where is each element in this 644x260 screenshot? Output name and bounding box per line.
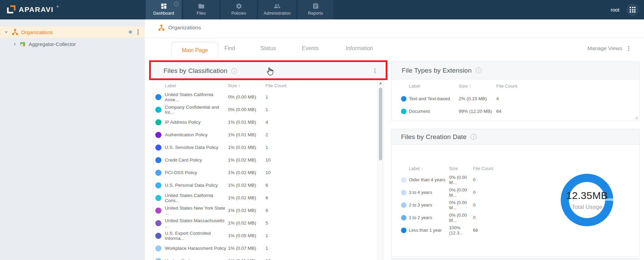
table-row[interactable]: Document 99% (12.20 MB) 64 [400, 105, 634, 118]
nav-tab-label: Administration [263, 11, 290, 16]
row-count: 16 [266, 258, 271, 260]
table-row[interactable]: Authentication Policy 1% (0.01 MB) 2 [153, 128, 383, 141]
table-row[interactable]: United States California Cons... 1% (0.0… [153, 192, 383, 204]
series-color-dot [155, 195, 161, 201]
row-label: Workplace Harassment Policy [165, 246, 228, 251]
tab-status[interactable]: Status [260, 38, 276, 58]
sidebar-item-label: Aggregator-Collector [29, 41, 76, 47]
column-header-size[interactable]: Size ↑ [459, 83, 496, 89]
column-header-label[interactable]: Label [409, 83, 459, 89]
row-count: 1 [266, 233, 268, 238]
series-color-dot [401, 109, 406, 114]
table-row[interactable]: Text and Text-based 2% (0.15 MB) 4 [400, 92, 634, 105]
row-size: 1% (0.02 MB) [228, 220, 266, 226]
row-size: 1% (0.05 MB) [228, 233, 266, 238]
column-header-label[interactable]: Label [165, 83, 228, 88]
table-row[interactable]: Unclassified 1% (0.11 MB) 16 [153, 255, 383, 260]
user-name[interactable]: root [611, 7, 619, 13]
nav-tab-files[interactable]: Files [183, 0, 219, 19]
tree-item-menu-icon[interactable] [136, 28, 140, 36]
row-size: 0% (0.00 M... [449, 213, 473, 223]
table-row[interactable]: 2 to 3 years 0% (0.00 M... 0 [401, 199, 510, 211]
table-row[interactable]: Less than 1 year 100% (12.3... 68 [401, 224, 510, 236]
tab-find[interactable]: Find [224, 38, 235, 58]
row-label: Less than 1 year [409, 228, 449, 233]
row-count: 10 [266, 170, 271, 175]
tab-main-page[interactable]: Main Page [172, 42, 218, 58]
row-count: 0 [473, 202, 475, 208]
row-count: 1 [266, 94, 268, 100]
table-row[interactable]: United States New York State ... 1% (0.0… [153, 204, 383, 217]
column-header-size[interactable]: Size ↑ [228, 83, 266, 88]
folder-icon [198, 3, 205, 10]
row-size: 2% (0.15 MB) [459, 96, 496, 101]
row-label: 2 to 3 years [409, 202, 449, 208]
table-row[interactable]: United States Massachusetts ... 1% (0.02… [153, 217, 383, 229]
scroll-up-arrow-icon[interactable] [379, 82, 382, 84]
tab-information[interactable]: Information [346, 38, 373, 58]
table-row[interactable]: PCI-DSS Policy 1% (0.02 MB) 10 [153, 166, 383, 179]
row-size: 1% (0.02 MB) [228, 170, 266, 175]
apps-grid-icon [630, 7, 635, 13]
row-label: Text and Text-based [409, 96, 459, 101]
breadcrumb[interactable]: Organizations [158, 24, 201, 31]
info-icon[interactable]: i [476, 67, 482, 73]
sidebar-item-organizations[interactable]: Organizations [0, 26, 145, 38]
info-icon[interactable]: i [471, 134, 476, 140]
navbar-right: root [611, 0, 639, 19]
nav-tab-dashboard[interactable]: Dashboard i [146, 0, 182, 19]
breadcrumb-label: Organizations [168, 25, 201, 31]
table-row[interactable]: U.S. Personal Data Policy 1% (0.02 MB) 6 [153, 179, 383, 192]
row-size: 100% (12.3... [449, 225, 473, 235]
row-size: 1% (0.02 MB) [228, 183, 266, 188]
table-row[interactable]: U.S. Sensitive Data Policy 1% (0.01 MB) … [153, 141, 383, 154]
donut-center: 12.35MB Total Usage [569, 182, 605, 218]
chevron-down-icon[interactable] [4, 30, 8, 34]
total-usage-caption: Total Usage [572, 204, 602, 211]
nav-tab-policies[interactable]: Policies [221, 0, 257, 19]
nav-tab-reports[interactable]: Reports [298, 0, 333, 19]
table-row[interactable]: Older than 4 years 0% (0.00 M... 0 [401, 173, 510, 186]
column-header-size[interactable]: Size [449, 166, 473, 171]
table-row[interactable]: IP Address Policy 1% (0.01 MB) 4 [153, 116, 383, 128]
brand-name: APARAVI [19, 4, 54, 15]
aparavi-logo[interactable]: APARAVI ® [6, 4, 59, 16]
column-header-count[interactable]: File Count [266, 83, 287, 88]
series-color-dot [155, 170, 161, 176]
row-count: 6 [266, 208, 268, 213]
table-row[interactable]: U.S. Export Controlled Informa... 1% (0.… [153, 229, 383, 242]
table-row[interactable]: 1 to 2 years 0% (0.00 M... 0 [401, 211, 510, 224]
row-count: 1 [266, 107, 268, 112]
table-row[interactable]: Workplace Harassment Policy 1% (0.07 MB)… [153, 242, 383, 255]
tab-events[interactable]: Events [302, 38, 319, 58]
row-size: 0% (0.00 M... [449, 187, 473, 198]
dashboard-info-icon[interactable]: i [174, 2, 178, 6]
sidebar-item-aggregator-collector[interactable]: Aggregator-Collector [0, 39, 145, 50]
table-row[interactable]: 3 to 4 years 0% (0.00 M... 0 [401, 186, 510, 199]
column-header-label[interactable]: Label ↑ [409, 166, 449, 171]
column-header-count[interactable]: File Count [473, 166, 493, 171]
table-row[interactable]: Credit Card Policy 1% (0.02 MB) 10 [153, 154, 383, 166]
scrollbar-thumb[interactable] [379, 88, 382, 160]
row-label: U.S. Personal Data Policy [165, 183, 228, 188]
chevron-right-icon[interactable] [13, 42, 17, 46]
apps-menu-button[interactable] [626, 3, 639, 16]
manage-views-menu-icon[interactable] [627, 45, 631, 52]
panel-menu-icon[interactable] [373, 67, 377, 75]
manage-views-button[interactable]: Manage Views [588, 45, 622, 51]
panel-header: Files by Creation Date i [391, 129, 639, 145]
table-row[interactable]: United States California Asse... 0% (0.0… [153, 91, 383, 103]
row-count: 68 [473, 228, 478, 233]
nav-tab-administration[interactable]: Administration [258, 0, 296, 19]
dashboard-icon [160, 3, 167, 10]
series-color-dot [155, 208, 161, 214]
info-icon[interactable]: i [231, 68, 237, 74]
column-header-count[interactable]: File Count [496, 83, 517, 89]
row-size: 99% (12.20 MB) [459, 109, 496, 114]
panel-resize-handle[interactable] [635, 116, 638, 120]
tab-label: Main Page [182, 47, 208, 53]
table-row[interactable]: Company Confidential and Int... 0% (0.00… [153, 103, 383, 116]
sidebar-item-label: Organizations [21, 29, 53, 35]
row-size: 0% (0.00 MB) [228, 94, 266, 100]
vertical-scrollbar[interactable] [377, 80, 383, 260]
